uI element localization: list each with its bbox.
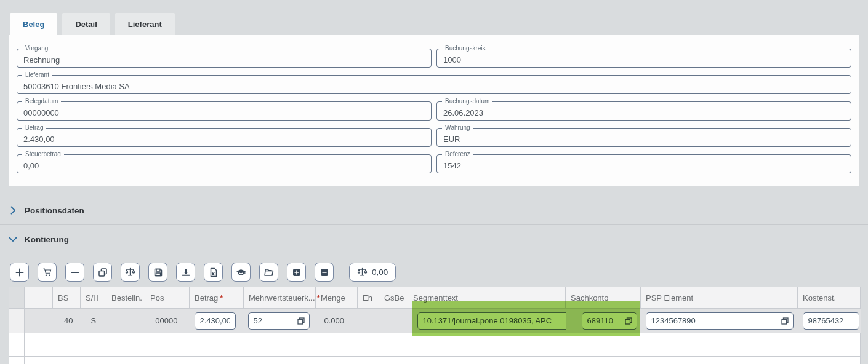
header-mehrwertsteuerkennzeichen: Mehrwertsteuerk...* [244,287,316,309]
learning-button[interactable] [231,263,251,282]
referenz-input[interactable] [437,155,851,173]
folder-open-icon [263,267,274,277]
empty-row-cells [25,333,861,357]
value-help-icon[interactable] [297,317,305,325]
minus-square-icon [319,267,329,277]
add-row-button[interactable] [10,263,29,282]
section-positionsdaten[interactable]: Positionsdaten [0,196,868,224]
header-kostenst: Kostenst. [798,287,861,309]
cell-betrag [190,309,244,333]
cell-bs: 40 [53,309,81,333]
export-excel-button[interactable] [204,263,223,282]
beleg-form-grid: Vorgang Buchungskreis Lieferant Belegdat… [17,49,851,173]
header-betrag-label: Betrag [195,293,218,303]
kontierung-table: BS S/H Bestelln. Pos Betrag* Mehrwertste… [9,287,861,364]
kontierung-toolbar: 0,00 [10,263,868,282]
copy-row-button[interactable] [93,263,112,282]
vorgang-input[interactable] [17,49,431,67]
check-balance-button[interactable] [121,263,140,282]
buchungskreis-field: Buchungskreis [436,49,851,68]
header-eh: Eh [358,287,379,309]
cell-bestelln [106,309,145,333]
row-select-cell[interactable] [9,357,25,364]
cell-menge: 0.000 [316,309,358,333]
table-header-row: BS S/H Bestelln. Pos Betrag* Mehrwertste… [9,287,861,309]
header-sh: S/H [81,287,106,309]
remove-row-button[interactable] [65,263,84,282]
table-row: 40 S 00000 0.000 [9,309,861,333]
minus-icon [70,267,80,277]
psp-element-cell-input[interactable] [646,312,794,330]
section-positionsdaten-label: Positionsdaten [25,206,84,215]
buchungsdatum-label: Buchungsdatum [442,98,492,105]
belegdatum-field: Belegdatum [17,101,432,121]
kontierung-table-wrap: BS S/H Bestelln. Pos Betrag* Mehrwertste… [9,287,860,364]
cell-sachkonto [566,309,641,333]
lieferant-input[interactable] [17,76,851,93]
invoice-entry-screen: { "tabs": [ { "label": "Beleg", "active"… [0,0,868,364]
steuerbetrag-input[interactable] [17,155,431,173]
cart-icon [42,267,52,277]
download-icon [181,267,191,277]
lieferant-field: Lieferant [17,75,851,94]
lieferant-label: Lieferant [22,71,52,79]
import-button[interactable] [176,263,195,282]
section-kontierung-label: Kontierung [25,235,69,244]
chevron-right-icon [8,205,18,215]
cell-mehrwertsteuerkennzeichen [244,309,316,333]
section-kontierung[interactable]: Kontierung [0,225,868,253]
beleg-form-panel: Vorgang Buchungskreis Lieferant Belegdat… [9,35,859,186]
cell-kostenst [798,309,861,333]
excel-file-icon [209,267,219,277]
header-gsbe: GsBe [379,287,408,309]
row-select-cell[interactable] [9,333,25,357]
graduation-cap-icon [236,267,246,277]
copy-icon [98,267,108,277]
add-from-purchase-order-button[interactable] [38,263,57,282]
buchungskreis-input[interactable] [437,49,851,67]
segmenttext-cell-input[interactable] [417,312,573,330]
required-marker: * [220,293,223,303]
belegdatum-input[interactable] [17,102,431,120]
belegdatum-label: Belegdatum [22,98,61,105]
save-icon [153,267,163,277]
header-pos: Pos [145,287,190,309]
vorgang-label: Vorgang [22,45,51,52]
waehrung-input[interactable] [437,129,851,146]
betrag-cell-input[interactable] [195,312,236,330]
kostenst-cell-input[interactable] [803,312,859,330]
row-select-cell[interactable] [9,309,25,333]
header-blank [25,287,53,309]
expand-all-button[interactable] [287,263,306,282]
referenz-label: Referenz [442,151,473,158]
buchungsdatum-field: Buchungsdatum [436,101,851,121]
waehrung-field: Währung [436,128,851,147]
balance-amount-button[interactable]: 0,00 [349,263,396,282]
tab-lieferant[interactable]: Lieferant [115,13,175,35]
steuerbetrag-label: Steuerbetrag [22,151,64,158]
betrag-input[interactable] [17,129,431,146]
header-psp-element: PSP Element [641,287,798,309]
open-folder-button[interactable] [259,263,278,282]
cell-pos: 00000 [145,309,190,333]
value-help-icon[interactable] [781,317,789,325]
vorgang-field: Vorgang [17,49,432,68]
plus-square-icon [292,267,302,277]
empty-table-row [9,333,861,357]
save-button[interactable] [148,263,167,282]
referenz-field: Referenz [436,154,851,173]
header-menge: Menge [316,287,358,309]
header-betrag: Betrag* [190,287,244,309]
header-bestelln: Bestelln. [106,287,145,309]
buchungskreis-label: Buchungskreis [442,45,489,52]
tab-detail[interactable]: Detail [62,13,110,35]
collapse-all-button[interactable] [315,263,334,282]
tab-beleg[interactable]: Beleg [10,13,57,35]
tab-bar: Beleg Detail Lieferant [10,13,868,35]
chevron-down-icon [8,234,18,244]
buchungsdatum-input[interactable] [437,102,851,120]
value-help-icon[interactable] [624,317,633,325]
steuerbetrag-field: Steuerbetrag [17,154,432,173]
header-sachkonto: Sachkonto [566,287,641,309]
cell-eh [358,309,379,333]
